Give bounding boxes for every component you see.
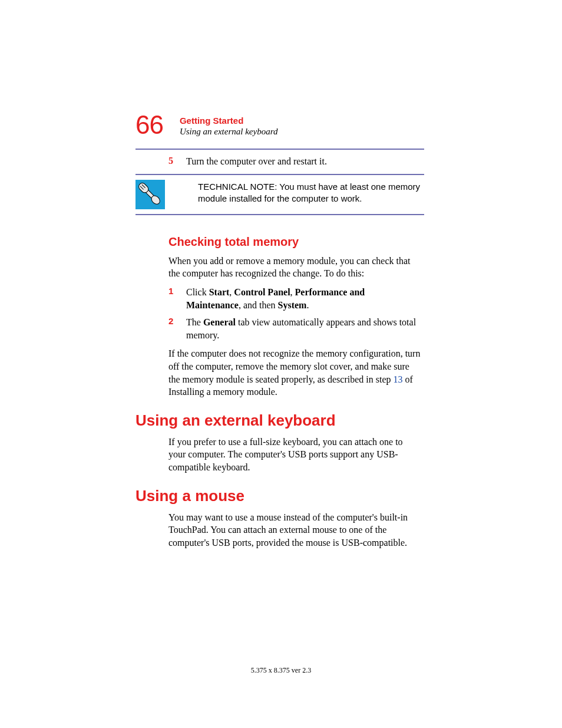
page-footer: 5.375 x 8.375 ver 2.3: [0, 666, 562, 675]
divider: [135, 149, 424, 150]
step-13-link[interactable]: 13: [394, 374, 403, 384]
external-keyboard-body: If you prefer to use a full-size keyboar…: [168, 436, 422, 474]
note-divider-top: [135, 174, 424, 175]
page-header: 66 Getting Started Using an external key…: [135, 112, 427, 138]
step-text: Turn the computer over and restart it.: [186, 156, 327, 168]
wrench-icon: [135, 180, 165, 209]
chapter-title: Getting Started: [180, 116, 278, 126]
subheading-checking-memory: Checking total memory: [168, 235, 427, 249]
list-number: 2: [168, 316, 186, 341]
step-5: 5 Turn the computer over and restart it.: [168, 156, 427, 168]
list-text: The General tab view automatically appea…: [186, 316, 422, 341]
list-text: Click Start, Control Panel, Performance …: [186, 286, 422, 311]
checking-step-1: 1 Click Start, Control Panel, Performanc…: [168, 286, 427, 311]
checking-intro: When you add or remove a memory module, …: [168, 255, 422, 280]
heading-using-mouse: Using a mouse: [135, 487, 427, 505]
list-number: 1: [168, 286, 186, 311]
technical-note: TECHNICAL NOTE: You must have at least o…: [135, 180, 427, 209]
using-mouse-body: You may want to use a mouse instead of t…: [168, 511, 422, 549]
note-divider-bottom: [135, 214, 424, 215]
step-number: 5: [168, 156, 186, 168]
heading-external-keyboard: Using an external keyboard: [135, 411, 427, 430]
checking-step-2: 2 The General tab view automatically app…: [168, 316, 427, 341]
technical-note-text: TECHNICAL NOTE: You must have at least o…: [198, 180, 422, 205]
section-subtitle: Using an external keyboard: [180, 127, 278, 137]
checking-tail: If the computer does not recognize the m…: [168, 347, 422, 398]
page-number: 66: [135, 112, 163, 138]
